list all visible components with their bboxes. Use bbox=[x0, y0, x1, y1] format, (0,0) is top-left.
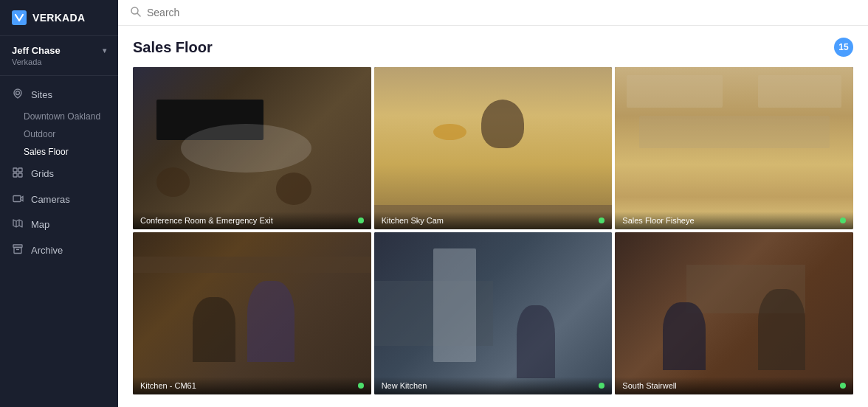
camera-name-south-stairwell: South Stairwell bbox=[622, 381, 676, 390]
cameras-icon bbox=[12, 193, 24, 205]
camera-label-kitchen-cm61: Kitchen - CM61 bbox=[133, 377, 371, 394]
sites-icon bbox=[12, 88, 24, 101]
page-header: Sales Floor 15 bbox=[133, 38, 853, 57]
status-dot-sales-fisheye bbox=[840, 218, 846, 223]
topbar bbox=[118, 0, 868, 26]
camera-feed-south-stairwell bbox=[615, 232, 853, 394]
camera-name-sales-fisheye: Sales Floor Fisheye bbox=[622, 216, 694, 225]
logo-text: VERKADA bbox=[32, 12, 85, 24]
grids-icon bbox=[12, 167, 24, 180]
camera-name-new-kitchen: New Kitchen bbox=[382, 381, 427, 390]
camera-feed-kitchen-sky bbox=[374, 67, 613, 229]
camera-label-south-stairwell: South Stairwell bbox=[615, 377, 853, 394]
main-content: Sales Floor 15 Conference Room & Emergen… bbox=[118, 0, 868, 407]
map-icon bbox=[12, 218, 24, 231]
svg-rect-1 bbox=[13, 168, 17, 172]
sidebar-item-sites[interactable]: Sites bbox=[0, 82, 118, 108]
sidebar-item-outdoor[interactable]: Outdoor bbox=[24, 125, 118, 143]
user-profile[interactable]: Jeff Chase ▾ Verkada bbox=[0, 36, 118, 76]
camera-grid: Conference Room & Emergency Exit Kitchen… bbox=[133, 67, 853, 394]
archive-label: Archive bbox=[31, 245, 63, 256]
svg-line-12 bbox=[137, 13, 140, 16]
camera-label-conf: Conference Room & Emergency Exit bbox=[133, 212, 371, 229]
user-org: Verkada bbox=[12, 58, 106, 66]
camera-tile-south-stairwell[interactable]: South Stairwell bbox=[615, 232, 853, 394]
sidebar-item-cameras[interactable]: Cameras bbox=[0, 187, 118, 212]
svg-point-0 bbox=[16, 91, 20, 95]
svg-rect-5 bbox=[13, 196, 21, 202]
status-dot-kitchen-cm61 bbox=[358, 383, 364, 389]
status-dot-conf bbox=[358, 218, 364, 223]
camera-feed-conf bbox=[133, 67, 371, 229]
camera-name-conf: Conference Room & Emergency Exit bbox=[140, 216, 273, 225]
archive-icon bbox=[12, 244, 24, 257]
svg-rect-2 bbox=[18, 168, 22, 172]
sidebar-item-grids[interactable]: Grids bbox=[0, 161, 118, 187]
sidebar-item-sales-floor[interactable]: Sales Floor bbox=[24, 143, 118, 161]
user-name: Jeff Chase ▾ bbox=[12, 45, 106, 56]
content-area: Sales Floor 15 Conference Room & Emergen… bbox=[118, 26, 868, 407]
camera-feed-new-kitchen bbox=[374, 232, 613, 394]
search-input[interactable] bbox=[147, 7, 856, 18]
status-dot-new-kitchen bbox=[599, 383, 604, 389]
logo-icon bbox=[12, 10, 27, 25]
map-label: Map bbox=[31, 219, 49, 230]
status-dot-south-stairwell bbox=[840, 383, 846, 389]
sites-submenu: Downtown Oakland Outdoor Sales Floor bbox=[0, 108, 118, 161]
camera-tile-kitchen-cm61[interactable]: Kitchen - CM61 bbox=[133, 232, 371, 394]
grids-label: Grids bbox=[31, 168, 54, 179]
svg-rect-9 bbox=[14, 248, 21, 254]
camera-label-sales-fisheye: Sales Floor Fisheye bbox=[615, 212, 853, 229]
camera-name-kitchen-sky: Kitchen Sky Cam bbox=[382, 216, 444, 225]
camera-tile-kitchen-sky[interactable]: Kitchen Sky Cam bbox=[374, 67, 613, 229]
logo: VERKADA bbox=[0, 0, 118, 36]
camera-feed-sales-fisheye bbox=[615, 67, 853, 229]
camera-feed-kitchen-cm61 bbox=[133, 232, 371, 394]
camera-label-kitchen-sky: Kitchen Sky Cam bbox=[374, 212, 613, 229]
page-title: Sales Floor bbox=[133, 39, 213, 56]
chevron-down-icon: ▾ bbox=[103, 46, 106, 55]
status-dot-kitchen-sky bbox=[599, 218, 604, 223]
svg-rect-4 bbox=[18, 173, 22, 177]
sidebar-item-map[interactable]: Map bbox=[0, 212, 118, 237]
sidebar-item-archive[interactable]: Archive bbox=[0, 237, 118, 263]
camera-label-new-kitchen: New Kitchen bbox=[374, 377, 613, 394]
search-icon bbox=[130, 6, 141, 19]
sidebar-item-downtown[interactable]: Downtown Oakland bbox=[24, 108, 118, 125]
sidebar: VERKADA Jeff Chase ▾ Verkada Sites Downt… bbox=[0, 0, 118, 407]
camera-name-kitchen-cm61: Kitchen - CM61 bbox=[140, 381, 196, 390]
camera-tile-conf[interactable]: Conference Room & Emergency Exit bbox=[133, 67, 371, 229]
camera-tile-new-kitchen[interactable]: New Kitchen bbox=[374, 232, 613, 394]
sites-label: Sites bbox=[31, 89, 52, 100]
svg-rect-3 bbox=[13, 173, 17, 177]
cameras-label: Cameras bbox=[31, 194, 70, 205]
camera-tile-sales-fisheye[interactable]: Sales Floor Fisheye bbox=[615, 67, 853, 229]
camera-count-badge: 15 bbox=[834, 38, 853, 57]
sidebar-nav: Sites Downtown Oakland Outdoor Sales Flo… bbox=[0, 76, 118, 407]
